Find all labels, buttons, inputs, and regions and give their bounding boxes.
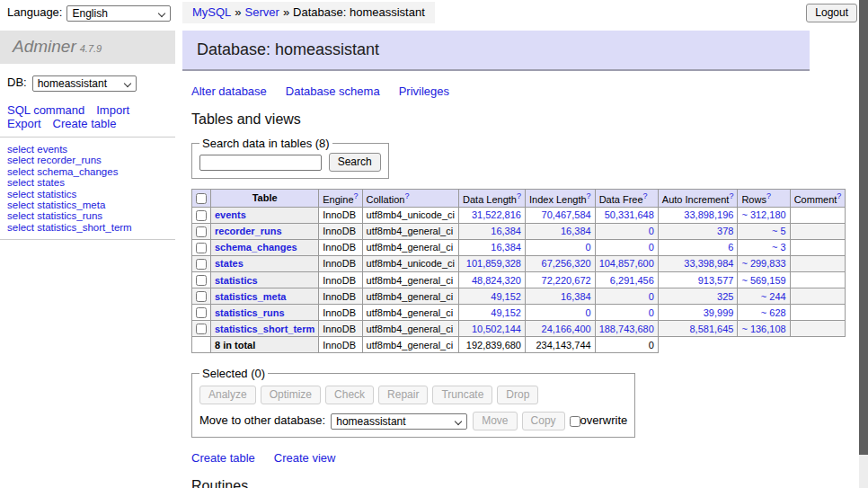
move-label: Move to other database:: [199, 413, 325, 427]
cell-auto_increment: 33,398,984: [658, 255, 738, 271]
sidebar-select-link[interactable]: select recorder_runs: [7, 155, 175, 165]
cell-rows: ~ 628: [738, 305, 790, 321]
row-checkbox[interactable]: [196, 307, 207, 318]
help-icon[interactable]: ?: [517, 191, 521, 200]
sidebar-divider: [0, 137, 175, 138]
rows-estimate-link[interactable]: ~ 299,833: [741, 258, 785, 269]
breadcrumb-server-link[interactable]: Server: [245, 5, 279, 19]
sidebar-import-link[interactable]: Import: [96, 103, 129, 117]
help-icon[interactable]: ?: [643, 191, 648, 200]
sidebar-select-link[interactable]: select statistics_meta: [7, 200, 175, 210]
logout-button[interactable]: Logout: [806, 4, 857, 22]
table-name-link[interactable]: statistics: [215, 275, 258, 286]
row-checkbox[interactable]: [196, 210, 207, 221]
table-name-cell: states: [211, 255, 319, 271]
help-icon[interactable]: ?: [766, 191, 771, 200]
move-button[interactable]: Move: [473, 412, 517, 430]
table-row: statistics_short_termInnoDButf8mb4_gener…: [192, 321, 846, 337]
cell-data_length: 49,152: [459, 288, 526, 305]
tables-section-title: Tables and views: [191, 111, 810, 128]
optimize-button[interactable]: Optimize: [261, 386, 321, 404]
breadcrumb-mysql-link[interactable]: MySQL: [192, 5, 231, 19]
table-name-link[interactable]: events: [215, 209, 246, 220]
repair-button[interactable]: Repair: [378, 386, 428, 404]
select-all-checkbox[interactable]: [196, 193, 207, 204]
sidebar-export-link[interactable]: Export: [7, 117, 41, 130]
cell-collation: utf8mb4_general_ci: [362, 321, 458, 337]
row-checkbox[interactable]: [196, 275, 207, 286]
language-row: Language:English: [0, 0, 175, 22]
scrollbar[interactable]: [859, 0, 868, 488]
table-name-cell: statistics_runs: [211, 305, 319, 321]
total-data_free: 0: [595, 337, 658, 353]
cell-rows: ~ 299,833: [738, 255, 790, 271]
sidebar-sql-command-link[interactable]: SQL command: [7, 103, 84, 117]
rows-estimate-link[interactable]: ~ 244: [761, 291, 786, 302]
sidebar-create-table-link[interactable]: Create table: [53, 117, 117, 130]
rows-estimate-link[interactable]: ~ 569,159: [741, 275, 785, 286]
database-schema-link[interactable]: Database schema: [286, 84, 380, 98]
rows-estimate-link[interactable]: ~ 5: [772, 226, 786, 236]
search-input[interactable]: [199, 155, 322, 171]
row-checkbox[interactable]: [196, 243, 207, 253]
rows-estimate-link[interactable]: ~ 628: [761, 307, 786, 318]
search-fieldset: Search data in tables (8) Search: [191, 137, 389, 179]
copy-button[interactable]: Copy: [522, 412, 565, 430]
table-name-link[interactable]: statistics_runs: [215, 307, 285, 318]
sidebar-select-link[interactable]: select events: [7, 144, 175, 155]
cell-collation: utf8mb4_general_ci: [362, 305, 458, 321]
truncate-button[interactable]: Truncate: [432, 386, 492, 404]
cell-index_length: 16,384: [525, 288, 595, 305]
search-legend: Search data in tables (8): [199, 137, 332, 150]
help-icon[interactable]: ?: [354, 191, 359, 200]
row-checkbox[interactable]: [196, 291, 207, 302]
table-name-link[interactable]: statistics_short_term: [215, 324, 314, 334]
check-button[interactable]: Check: [325, 386, 374, 404]
privileges-link[interactable]: Privileges: [399, 84, 449, 98]
db-select[interactable]: homeassistant: [32, 75, 137, 92]
help-icon[interactable]: ?: [837, 191, 841, 200]
row-checkbox[interactable]: [196, 324, 207, 334]
help-icon[interactable]: ?: [729, 191, 733, 200]
drop-button[interactable]: Drop: [497, 386, 538, 404]
sidebar-select-link[interactable]: select statistics: [7, 189, 175, 200]
sidebar-select-link[interactable]: select states: [7, 177, 175, 188]
help-icon[interactable]: ?: [587, 191, 591, 200]
cell-data_length: 16,384: [459, 223, 526, 239]
table-name-link[interactable]: recorder_runs: [215, 226, 282, 236]
cell-data_free: 0: [595, 239, 658, 255]
breadcrumb-current: Database: homeassistant: [293, 5, 425, 19]
table-name-cell: statistics: [211, 272, 319, 288]
cell-data_length: 49,152: [459, 305, 526, 321]
row-checkbox[interactable]: [196, 226, 207, 237]
rows-estimate-link[interactable]: ~ 136,108: [741, 324, 785, 334]
cell-auto_increment: 33,898,196: [658, 207, 738, 223]
search-button[interactable]: Search: [329, 153, 381, 172]
table-name-link[interactable]: states: [215, 258, 244, 269]
create-table-link[interactable]: Create table: [191, 451, 255, 465]
total-engine: InnoDB: [319, 337, 362, 353]
rows-estimate-link[interactable]: ~ 312,180: [741, 209, 785, 220]
cell-collation: utf8mb4_general_ci: [362, 272, 458, 288]
analyze-button[interactable]: Analyze: [199, 386, 256, 404]
language-select[interactable]: English: [66, 5, 171, 22]
scrollbar-thumb[interactable]: [859, 0, 868, 455]
chevron-down-icon: [455, 418, 462, 425]
move-database-select[interactable]: homeassistant: [331, 413, 467, 430]
cell-engine: InnoDB: [319, 288, 362, 305]
rows-estimate-link[interactable]: ~ 3: [772, 242, 786, 253]
create-links: Create tableCreate view: [191, 451, 810, 465]
tables-head-row: TableEngine?Collation?Data Length?Index …: [192, 190, 846, 208]
sidebar-select-link[interactable]: select schema_changes: [7, 166, 175, 177]
main-area: MySQL»Server»Database: homeassistant Dat…: [175, 0, 810, 488]
alter-database-link[interactable]: Alter database: [191, 84, 267, 98]
overwrite-checkbox[interactable]: [570, 416, 580, 427]
row-checkbox[interactable]: [196, 259, 207, 270]
help-icon[interactable]: ?: [404, 191, 409, 200]
sidebar-select-link[interactable]: select statistics_runs: [7, 210, 175, 221]
table-name-link[interactable]: schema_changes: [215, 242, 297, 253]
breadcrumb-separator: »: [235, 5, 241, 19]
create-view-link[interactable]: Create view: [274, 451, 336, 465]
table-name-link[interactable]: statistics_meta: [215, 291, 287, 302]
sidebar-select-link[interactable]: select statistics_short_term: [7, 222, 175, 233]
